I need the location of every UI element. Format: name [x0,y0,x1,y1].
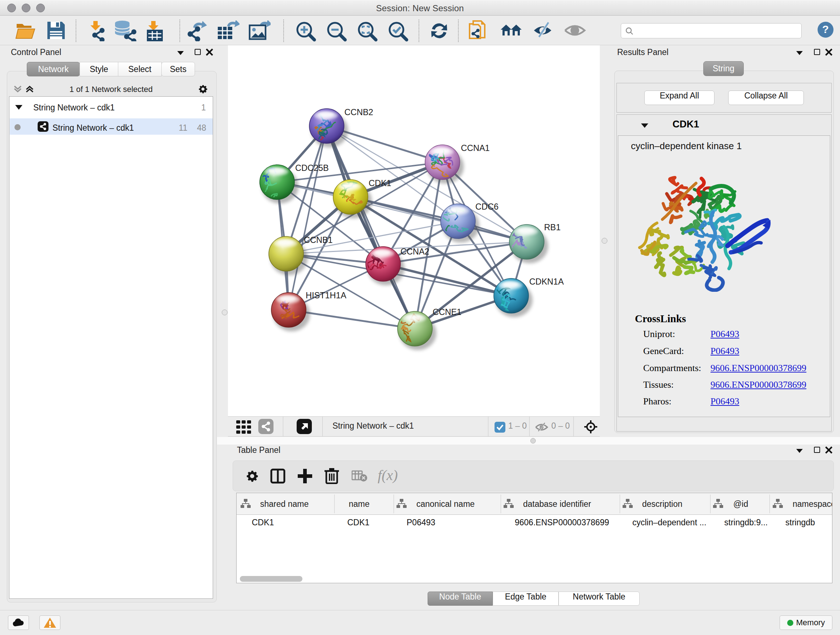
svg-text:CDKN1A: CDKN1A [529,277,564,287]
svg-text:CCNA1: CCNA1 [461,143,490,153]
svg-text:RB1: RB1 [544,223,561,232]
svg-text:HIST1H1A: HIST1H1A [306,291,347,300]
svg-text:?: ? [822,23,829,35]
svg-text:CCNB2: CCNB2 [344,108,373,117]
svg-text:CDC25B: CDC25B [295,163,329,173]
svg-text:CCNB1: CCNB1 [304,235,333,245]
svg-text:CDK1: CDK1 [369,179,392,188]
svg-text:CDC6: CDC6 [475,202,499,211]
svg-text:CCNA2: CCNA2 [401,247,429,256]
svg-text:CCNE1: CCNE1 [433,307,462,317]
